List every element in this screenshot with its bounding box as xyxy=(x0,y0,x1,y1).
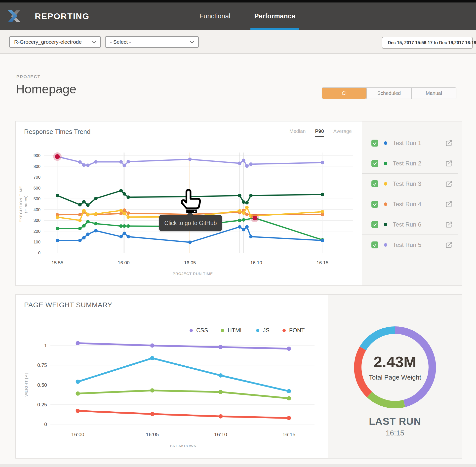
mode-manual-button[interactable]: Manual xyxy=(411,88,456,99)
page-title: Homepage xyxy=(16,82,77,96)
series-color-dot xyxy=(384,141,387,145)
legend-item-font[interactable]: FONT xyxy=(282,327,305,334)
run-label: Test Run 5 xyxy=(393,241,445,248)
page-weight-chart[interactable]: 00.250.500.75116:0016:0516:1016:15WEIGHT… xyxy=(16,295,328,458)
svg-text:200: 200 xyxy=(34,229,40,234)
stat-tab-average[interactable]: Average xyxy=(333,128,352,136)
series-color-dot xyxy=(384,162,387,165)
test-select[interactable]: - Select - xyxy=(105,36,199,48)
svg-text:800: 800 xyxy=(34,164,40,169)
run-checkbox[interactable] xyxy=(371,180,378,187)
run-mode-toggle: CI Scheduled Manual xyxy=(322,87,456,99)
last-run-time: 16:15 xyxy=(328,429,462,437)
test-select-value: - Select - xyxy=(110,39,131,45)
svg-text:16:05: 16:05 xyxy=(146,431,159,437)
run-label: Test Run 3 xyxy=(393,180,445,187)
share-run-icon[interactable] xyxy=(445,241,453,249)
svg-text:300: 300 xyxy=(34,218,40,223)
app-logo-icon xyxy=(6,8,22,24)
series-color-dot xyxy=(384,202,387,206)
check-icon xyxy=(373,141,377,145)
check-icon xyxy=(373,222,377,227)
share-run-icon[interactable] xyxy=(445,221,453,229)
share-run-icon[interactable] xyxy=(445,180,453,188)
svg-text:0: 0 xyxy=(44,422,47,427)
legend-item-test-run-1: Test Run 1 xyxy=(362,133,458,153)
legend-item-test-run-5: Test Run 5 xyxy=(362,235,458,255)
date-range-picker[interactable]: Dec 15, 2017 15:56:17 to Dec 19,2017 16:… xyxy=(382,37,473,49)
svg-text:400: 400 xyxy=(34,207,40,212)
svg-text:700: 700 xyxy=(34,175,40,180)
run-checkbox[interactable] xyxy=(371,221,378,228)
run-label: Test Run 6 xyxy=(393,221,445,228)
run-checkbox[interactable] xyxy=(371,241,378,248)
chevron-down-icon xyxy=(190,41,194,43)
run-checkbox[interactable] xyxy=(371,160,378,167)
footer-strip xyxy=(0,464,476,467)
svg-text:100: 100 xyxy=(34,240,40,244)
series-color-dot xyxy=(190,329,193,332)
project-select-value: R-Grocery_grocery-electrode xyxy=(14,39,82,45)
mode-scheduled-button[interactable]: Scheduled xyxy=(366,88,411,99)
legend-item-test-run-4: Test Run 4 xyxy=(362,194,458,214)
run-label: Test Run 4 xyxy=(393,201,445,208)
run-label: Test Run 2 xyxy=(393,160,445,167)
check-icon xyxy=(373,161,377,166)
tab-performance[interactable]: Performance xyxy=(250,2,299,30)
svg-text:WEIGHT [M]: WEIGHT [M] xyxy=(24,373,28,397)
svg-text:16:05: 16:05 xyxy=(184,260,196,265)
tooltip-text: Click to go to GitHub xyxy=(164,220,217,227)
project-select[interactable]: R-Grocery_grocery-electrode xyxy=(9,36,101,48)
total-page-weight-value: 2.43M xyxy=(328,353,462,371)
svg-text:0.75: 0.75 xyxy=(37,362,47,368)
stat-tab-median[interactable]: Median xyxy=(289,128,306,136)
github-tooltip[interactable]: Click to go to GitHub xyxy=(159,215,222,231)
svg-text:16:10: 16:10 xyxy=(214,431,227,437)
run-checkbox[interactable] xyxy=(371,201,378,208)
svg-text:0: 0 xyxy=(38,251,40,255)
svg-text:0.50: 0.50 xyxy=(37,382,47,388)
legend-label: FONT xyxy=(289,327,305,334)
series-color-dot xyxy=(256,329,259,332)
check-icon xyxy=(373,243,377,247)
project-eyebrow: PROJECT xyxy=(16,75,41,79)
legend-label: CSS xyxy=(196,327,208,334)
legend-item-js[interactable]: JS xyxy=(256,327,270,334)
app-title: REPORTING xyxy=(35,11,89,21)
legend-item-test-run-6: Test Run 6 xyxy=(362,214,458,235)
response-times-card: 010020030040050060070080090015:5516:0016… xyxy=(15,121,362,286)
run-checkbox[interactable] xyxy=(371,140,378,147)
response-chart-title: Response Times Trend xyxy=(24,128,90,136)
legend-label: JS xyxy=(263,327,270,334)
svg-text:16:15: 16:15 xyxy=(317,260,328,265)
share-run-icon[interactable] xyxy=(445,139,453,147)
legend-item-css[interactable]: CSS xyxy=(190,327,208,334)
mode-ci-button[interactable]: CI xyxy=(322,88,366,99)
chevron-down-icon xyxy=(92,41,96,43)
share-run-icon[interactable] xyxy=(445,159,453,167)
legend-item-test-run-2: Test Run 2 xyxy=(362,153,458,174)
test-runs-legend-panel: Test Run 1 Test Run 2 Test Run 3 Test xyxy=(362,121,462,286)
stat-tab-p90[interactable]: P90 xyxy=(315,128,324,137)
date-range-text: Dec 15, 2017 15:56:17 to Dec 19,2017 16:… xyxy=(388,40,476,45)
svg-text:16:00: 16:00 xyxy=(118,260,130,265)
svg-text:15:55: 15:55 xyxy=(51,260,63,265)
series-color-dot xyxy=(221,329,224,332)
stat-tabs: Median P90 Average xyxy=(289,128,352,137)
legend-label: HTML xyxy=(228,327,243,334)
page-weight-title: PAGE WEIGHT SUMMARY xyxy=(24,301,112,309)
svg-text:1: 1 xyxy=(44,343,47,348)
tab-functional[interactable]: Functional xyxy=(198,2,232,30)
svg-text:BREAKDOWN: BREAKDOWN xyxy=(170,444,197,448)
legend-item-html[interactable]: HTML xyxy=(221,327,243,334)
total-page-weight-caption: Total Page Weight xyxy=(328,374,462,381)
svg-text:PROJECT RUN TIME: PROJECT RUN TIME xyxy=(173,272,213,276)
share-run-icon[interactable] xyxy=(445,200,453,208)
svg-text:500: 500 xyxy=(34,196,40,201)
series-color-dot xyxy=(384,182,387,186)
check-icon xyxy=(373,202,377,206)
last-run-label: LAST RUN xyxy=(328,416,462,427)
hand-cursor-icon xyxy=(181,188,201,214)
svg-text:(minutes): (minutes) xyxy=(24,195,28,213)
series-color-dot xyxy=(282,329,286,332)
